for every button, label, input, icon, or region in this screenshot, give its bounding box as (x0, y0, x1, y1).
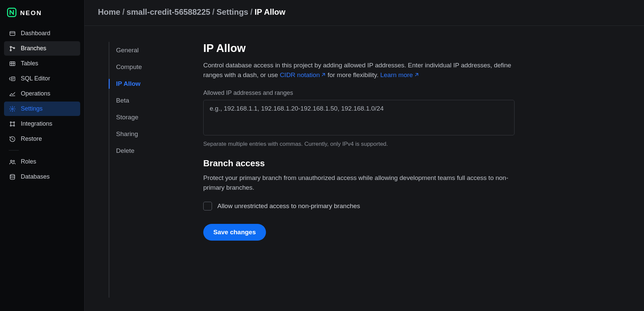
svg-point-19 (13, 160, 14, 162)
sql-editor-icon (9, 75, 16, 82)
nav-item-sql-editor[interactable]: SQL Editor (4, 71, 80, 86)
restore-icon (9, 136, 16, 142)
roles-icon (9, 159, 16, 165)
settings-nav: GeneralComputeIP AllowBetaStorageSharing… (109, 42, 193, 298)
branch-access-title: Branch access (203, 158, 515, 169)
save-button[interactable]: Save changes (203, 224, 266, 241)
svg-point-18 (10, 160, 12, 162)
nav-item-tables[interactable]: Tables (4, 56, 80, 71)
content: GeneralComputeIP AllowBetaStorageSharing… (85, 26, 644, 311)
nav-item-settings[interactable]: Settings (4, 102, 80, 116)
nav-item-label: SQL Editor (21, 75, 50, 82)
svg-rect-1 (10, 32, 15, 36)
settings-icon (9, 106, 16, 112)
operations-icon (9, 90, 16, 97)
unrestricted-access-checkbox[interactable] (203, 202, 212, 210)
nav-item-label: Settings (21, 105, 43, 112)
svg-point-13 (12, 108, 13, 110)
breadcrumb-separator: / (122, 7, 125, 17)
breadcrumb-bar: Home / small-credit-56588225 / Settings … (85, 0, 644, 26)
svg-rect-6 (10, 62, 15, 66)
sidebar: NEON DashboardBranchesTablesSQL EditorOp… (0, 0, 85, 311)
external-link-icon (321, 71, 326, 80)
settings-tab-beta[interactable]: Beta (109, 92, 193, 109)
breadcrumb-separator: / (250, 7, 253, 17)
breadcrumb: Home / small-credit-56588225 / Settings … (98, 7, 631, 17)
settings-tab-sharing[interactable]: Sharing (109, 126, 193, 142)
branch-access-description: Protect your primary branch from unautho… (203, 173, 515, 192)
logo-text: NEON (20, 9, 42, 17)
cidr-notation-link[interactable]: CIDR notation (280, 71, 326, 78)
branches-icon (9, 45, 16, 52)
checkbox-row: Allow unrestricted access to non-primary… (203, 202, 515, 210)
desc-text-2: for more flexibility. (326, 71, 380, 78)
external-link-icon (414, 71, 419, 80)
settings-tab-compute[interactable]: Compute (109, 59, 193, 75)
nav-divider (9, 150, 19, 150)
nav-item-operations[interactable]: Operations (4, 86, 80, 101)
unrestricted-access-label: Allow unrestricted access to non-primary… (217, 202, 360, 210)
logo[interactable]: NEON (4, 6, 80, 26)
settings-tab-ip-allow[interactable]: IP Allow (109, 75, 193, 92)
page-title: IP Allow (203, 42, 515, 55)
databases-icon (9, 174, 16, 180)
settings-tab-general[interactable]: General (109, 42, 193, 59)
ip-field-helper: Separate multiple entries with commas. C… (203, 141, 515, 147)
nav-item-label: Dashboard (21, 30, 50, 37)
nav-item-label: Roles (21, 158, 36, 165)
nav-item-roles[interactable]: Roles (4, 154, 80, 169)
learn-more-link[interactable]: Learn more (380, 71, 419, 78)
breadcrumb-item[interactable]: Home (98, 7, 120, 17)
nav-item-label: Restore (21, 135, 42, 142)
main: Home / small-credit-56588225 / Settings … (85, 0, 644, 311)
svg-rect-10 (11, 77, 15, 81)
breadcrumb-separator: / (212, 7, 215, 17)
ip-field-label: Allowed IP addresses and ranges (203, 89, 515, 97)
settings-tab-storage[interactable]: Storage (109, 109, 193, 126)
neon-logo-icon (7, 7, 17, 19)
nav-item-label: Tables (21, 60, 38, 67)
learn-more-text: Learn more (380, 71, 413, 78)
settings-panel: IP Allow Control database access in this… (193, 42, 515, 298)
breadcrumb-item[interactable]: small-credit-56588225 (126, 7, 210, 17)
nav-item-label: Branches (21, 45, 46, 52)
nav-item-databases[interactable]: Databases (4, 170, 80, 184)
integrations-icon (9, 121, 16, 127)
nav-item-label: Integrations (21, 120, 52, 127)
tables-icon (9, 60, 16, 67)
nav-item-label: Operations (21, 90, 50, 97)
nav-item-label: Databases (21, 173, 50, 180)
breadcrumb-item: IP Allow (255, 7, 285, 17)
page-description: Control database access in this project … (203, 61, 515, 80)
nav-item-dashboard[interactable]: Dashboard (4, 26, 80, 41)
dashboard-icon (9, 30, 16, 37)
ip-allow-input[interactable] (203, 100, 515, 135)
settings-tab-delete[interactable]: Delete (109, 142, 193, 159)
cidr-link-text: CIDR notation (280, 71, 320, 78)
breadcrumb-item[interactable]: Settings (217, 7, 249, 17)
nav-item-integrations[interactable]: Integrations (4, 117, 80, 131)
nav-item-branches[interactable]: Branches (4, 41, 80, 56)
svg-point-20 (10, 174, 14, 176)
nav-item-restore[interactable]: Restore (4, 132, 80, 146)
